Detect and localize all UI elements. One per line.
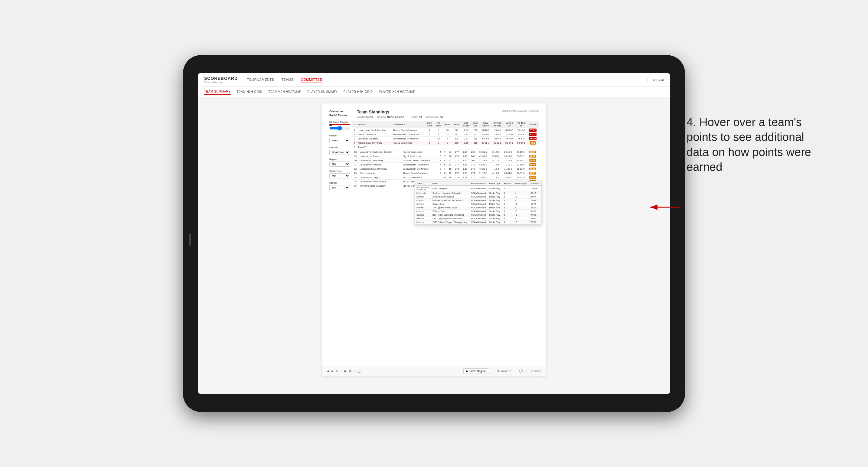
school-select[interactable]: (All) <box>329 185 350 190</box>
logo-text: SCOREBOARD <box>204 76 238 81</box>
tab-player-summary[interactable]: PLAYER SUMMARY <box>307 89 337 95</box>
gender-select[interactable]: Men's <box>329 138 350 143</box>
toolbar-back-icon[interactable]: ◀ <box>327 370 329 373</box>
tablet-screen: SCOREBOARD Powered by clipp TOURNAMENTS … <box>198 73 670 394</box>
table-row: 23 Duke University Atlantic Coast Confer… <box>352 171 539 176</box>
watch-button[interactable]: 👁 Watch ▼ <box>497 370 511 373</box>
nav-tournaments[interactable]: TOURNAMENTS <box>247 76 274 83</box>
report-page: CommitteePortal Review Team Standings Ge… <box>322 103 546 376</box>
tab-player-h2h-heatmap[interactable]: PLAYER H2H HEATMAP <box>379 89 415 95</box>
slider-thumb <box>329 124 332 126</box>
col-conference: Conference <box>392 121 425 128</box>
nav-committee[interactable]: COMMITTEE <box>301 76 322 83</box>
col-avg-score: Avg.SG <box>471 121 480 128</box>
gender-value: Men's <box>366 116 373 118</box>
table-row: 19 University of Texas Big 12 Conference… <box>352 154 539 158</box>
rounds-slider[interactable] <box>329 126 350 131</box>
gender-sidebar-label: Gender <box>329 134 350 137</box>
col-points: Points <box>527 121 539 128</box>
tooltip-col-impact: Rank Impact <box>513 182 529 186</box>
school-sidebar-label: School <box>329 182 350 184</box>
division-label: Division: <box>377 116 386 118</box>
division-section: Division NCAA Division I <box>329 146 350 155</box>
sign-out-area: | Sign out <box>647 77 664 83</box>
table-row-highlighted: 4 Arizona State University Pac-12 Confer… <box>352 141 539 145</box>
col-conf-rank: ConfRank <box>425 121 434 128</box>
share-button[interactable]: ↗ Share <box>530 370 541 373</box>
view-original-button[interactable]: ▶ View: Original <box>463 368 489 374</box>
standings-table: # School Conference ConfRank NoTour Rnds… <box>352 121 539 149</box>
table-row: 20 University of New Mexico Mountain Wes… <box>352 158 539 163</box>
arrow-icon <box>647 203 683 212</box>
tooltip-col-division: Event Division <box>469 182 488 186</box>
tooltip-col-rounds: Rounds <box>502 182 513 186</box>
logo-sub: Powered by clipp <box>204 81 238 84</box>
share-label: Share <box>534 370 541 373</box>
main-title-block: Team Standings Gender: Men's Divi <box>357 110 443 118</box>
update-time: Update time: 13/03/2024 10:03:42 <box>502 110 539 112</box>
region-section: Region N/A <box>329 158 350 167</box>
tooltip-row: Georgia Ben Hogan Collegiate Invitationa… <box>415 213 541 217</box>
tooltip-table: Team Event Event Division Event Type Rou… <box>415 182 541 224</box>
division-select[interactable]: NCAA Division I <box>329 150 350 155</box>
toolbar-copy-icon[interactable]: ▣ <box>344 370 347 373</box>
sign-out-button[interactable]: Sign out <box>652 78 664 82</box>
sub-nav: TEAM SUMMARY TEAM H2H GRID TEAM H2H HEAT… <box>198 87 670 97</box>
filter-row: Gender: Men's Division: NCAA Division I <box>357 116 443 118</box>
col-overall: OverallRecord <box>492 121 503 128</box>
view-icon: ▶ <box>466 370 468 373</box>
view-label: View: Original <box>469 370 486 373</box>
watch-chevron: ▼ <box>509 370 511 372</box>
conference-value: All <box>440 116 443 118</box>
tooltip-row: Arizona StateUniversity Cato-Collegiate … <box>415 186 541 191</box>
slider-container[interactable] <box>329 124 350 125</box>
division-filter: Division: NCAA Division I <box>377 116 406 118</box>
report-left-sidebar: Minimum Rounds Gender <box>329 121 350 193</box>
team-standings-title: Team Standings <box>357 110 443 114</box>
eye-icon: 👁 <box>497 370 500 373</box>
tab-player-h2h-grid[interactable]: PLAYER H2H GRID <box>344 89 373 95</box>
tab-team-h2h-grid[interactable]: TEAM H2H GRID <box>237 89 262 95</box>
conference-label: Conference: <box>426 116 439 118</box>
region-sidebar-label: Region <box>329 158 350 161</box>
toolbar-separator-1: | <box>341 370 341 373</box>
side-button <box>189 234 191 246</box>
col-vs25: Vs Top25 <box>503 121 515 128</box>
committee-portal-label: CommitteePortal Review <box>329 110 352 117</box>
gender-section: Gender Men's <box>329 134 350 143</box>
tooltip-popup: Team Event Event Division Event Type Rou… <box>415 181 542 224</box>
comment-button[interactable]: 💬 <box>519 370 523 373</box>
toolbar-forward-icon[interactable]: ▶ <box>332 370 334 373</box>
gender-label: Gender: <box>357 116 366 118</box>
col-rnds: Rnds <box>443 121 452 128</box>
region-select[interactable]: N/A <box>329 161 350 167</box>
col-school: School <box>356 121 392 128</box>
conference-sidebar-label: Conference <box>329 170 350 173</box>
slider-fill <box>329 124 350 125</box>
tooltip-row: Florida I The Cypress Point Classic NCAA… <box>415 206 541 210</box>
tab-team-summary[interactable]: TEAM SUMMARY <box>204 89 231 95</box>
report-header-row: CommitteePortal Review Team Standings Ge… <box>329 110 539 118</box>
conference-select[interactable]: (All) <box>329 173 350 179</box>
annotation-text: 4. Hover over a team's points to see add… <box>686 115 819 175</box>
nav-teams[interactable]: TEAMS <box>281 76 293 83</box>
col-rank: # <box>352 121 356 128</box>
table-row: 21 University of Alabama Southeastern Co… <box>352 163 539 167</box>
division-sidebar-label: Division <box>329 146 350 149</box>
toolbar-separator-3: | <box>493 370 493 373</box>
report-container: CommitteePortal Review Team Standings Ge… <box>198 97 670 394</box>
bottom-toolbar: ◀ ▶ ↻ | ▣ ▤ | ◯ ▶ View: Original | <box>322 366 546 376</box>
table-row: 2 Auburn University Southeastern Confere… <box>352 132 539 137</box>
tab-team-h2h-heatmap[interactable]: TEAM H2H HEATMAP <box>268 89 301 95</box>
toolbar-refresh-icon[interactable]: ↻ <box>336 370 338 373</box>
tooltip-col-wpoints: W Points <box>529 182 541 186</box>
col-wins: Wins <box>452 121 461 128</box>
toolbar-timer-icon[interactable]: ◯ <box>358 370 361 373</box>
toolbar-separator-2: | <box>354 370 355 373</box>
toolbar-paste-icon[interactable]: ▤ <box>349 370 352 373</box>
sidebar-title-block: CommitteePortal Review <box>329 110 352 117</box>
col-vs50: Vs Top50 <box>515 121 527 128</box>
main-content: CommitteePortal Review Team Standings Ge… <box>198 97 670 394</box>
col-no-tour: NoTour <box>434 121 443 128</box>
table-row: 22 Mississippi State University Southeas… <box>352 167 539 171</box>
